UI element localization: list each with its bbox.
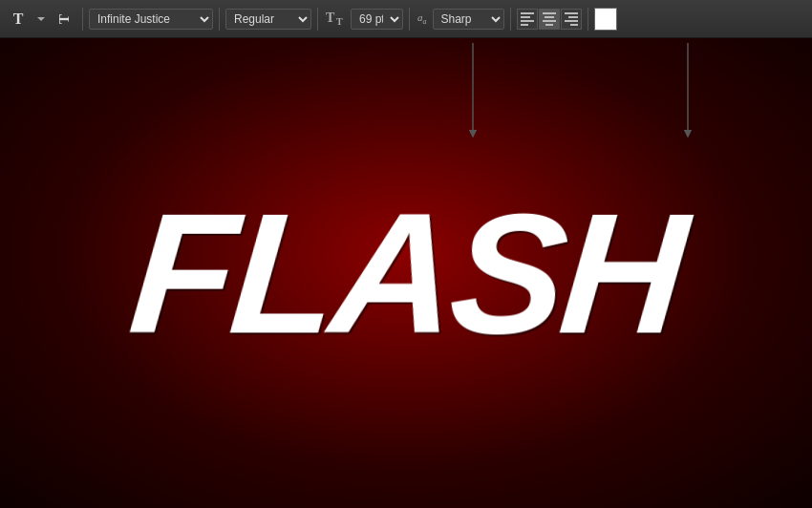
toolbar: T T Infinite Justice Regular Bold Italic	[0, 0, 812, 38]
align-right-icon	[565, 12, 578, 26]
align-left-icon	[521, 12, 534, 26]
main-text: FLASH	[124, 187, 689, 359]
font-name-select[interactable]: Infinite Justice	[89, 9, 213, 30]
divider-4	[409, 8, 410, 31]
svg-text:T: T	[326, 11, 335, 25]
svg-text:T: T	[336, 16, 343, 26]
divider-6	[588, 8, 588, 31]
text-tool-dropdown[interactable]	[34, 7, 48, 32]
align-right-button[interactable]	[561, 9, 582, 30]
font-size-select[interactable]: 69 pt 12 pt 24 pt 36 pt 48 pt 72 pt	[351, 9, 403, 30]
divider-5	[510, 8, 511, 31]
anti-alias-select[interactable]: Sharp None Crisp Strong Smooth	[433, 9, 504, 30]
divider-2	[219, 8, 220, 31]
font-size-icon: T T	[326, 9, 345, 29]
vertical-text-tool-button[interactable]: T	[52, 7, 76, 32]
align-left-button[interactable]	[517, 9, 538, 30]
align-center-icon	[543, 12, 556, 26]
vertical-text-icon: T	[57, 11, 72, 28]
text-tool-icon: T	[13, 11, 24, 28]
divider-1	[82, 8, 83, 31]
color-swatch[interactable]	[594, 8, 617, 31]
text-display-area: FLASH	[0, 38, 812, 508]
text-tool-button[interactable]: T	[6, 7, 31, 32]
canvas-area: T T Infinite Justice Regular Bold Italic	[0, 0, 812, 508]
divider-3	[317, 8, 318, 31]
align-group	[517, 9, 582, 30]
dropdown-arrow-icon	[37, 15, 45, 23]
align-center-button[interactable]	[539, 9, 560, 30]
font-style-select[interactable]: Regular Bold Italic	[225, 9, 311, 30]
anti-alias-icon: aa	[417, 11, 427, 26]
svg-marker-0	[37, 17, 45, 21]
